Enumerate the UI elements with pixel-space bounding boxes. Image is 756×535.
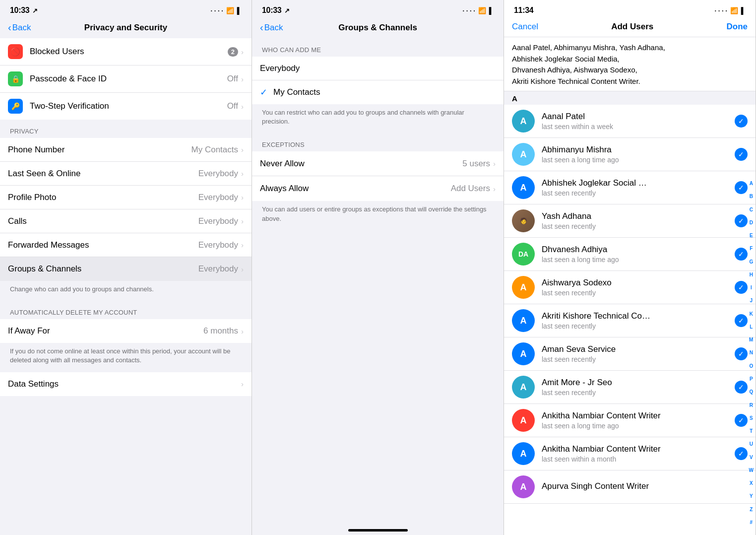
profile-photo-row[interactable]: Profile Photo Everybody › xyxy=(0,186,252,209)
done-button[interactable]: Done xyxy=(727,22,748,32)
blocked-label: Blocked Users xyxy=(30,47,228,57)
contact-amit[interactable]: A Amit More - Jr Seo last seen recently … xyxy=(504,371,756,404)
selected-users-bar: Aanal Patel, Abhimanyu Mishra, Yash Adha… xyxy=(504,37,756,91)
my-contacts-label: My Contacts xyxy=(273,87,496,97)
avatar-aanal: A xyxy=(512,110,535,133)
nav-title-3: Add Users xyxy=(538,22,727,32)
calls-label: Calls xyxy=(8,216,198,226)
status-bar-1: 10:33 ↗ · · · · 📶 ▌ xyxy=(0,0,252,18)
delete-section-label: AUTOMATICALLY DELETE MY ACCOUNT xyxy=(0,301,252,319)
twostep-icon: 🔑 xyxy=(8,99,23,114)
passcode-symbol: 🔒 xyxy=(11,75,20,83)
never-allow-label: Never Allow xyxy=(260,159,462,169)
idx-z[interactable]: Z xyxy=(750,507,753,512)
signal-dots-2: · · · · xyxy=(462,7,475,14)
last-seen-row[interactable]: Last Seen & Online Everybody › xyxy=(0,162,252,186)
passcode-row[interactable]: 🔒 Passcode & Face ID Off › xyxy=(0,66,252,93)
always-allow-label: Always Allow xyxy=(260,184,451,194)
check-aishwarya: ✓ xyxy=(735,281,748,294)
panel3-content[interactable]: A B C D E F G H I J K L M N O P Q R S T … xyxy=(504,91,756,535)
contact-yash[interactable]: 🧑 Yash Adhana last seen recently ✓ xyxy=(504,204,756,238)
my-contacts-option[interactable]: ✓ My Contacts xyxy=(252,80,504,104)
back-button-1[interactable]: ‹ Back xyxy=(8,22,31,33)
contact-aman[interactable]: A Aman Seva Service last seen recently ✓ xyxy=(504,337,756,371)
cancel-button[interactable]: Cancel xyxy=(512,22,538,32)
always-allow-row[interactable]: Always Allow Add Users › xyxy=(252,176,504,201)
contact-info-ankitha2: Ankitha Nambiar Content Writer last seen… xyxy=(542,444,735,463)
contact-info-amit: Amit More - Jr Seo last seen recently xyxy=(542,378,735,397)
contact-info-yash: Yash Adhana last seen recently xyxy=(542,211,735,230)
blocked-badge: 2 xyxy=(228,47,238,57)
phone-number-row[interactable]: Phone Number My Contacts › xyxy=(0,138,252,162)
twostep-chevron: › xyxy=(241,102,244,111)
contact-name-dhvanesh: Dhvanesh Adhiya xyxy=(542,245,735,255)
everybody-label: Everybody xyxy=(260,64,496,73)
away-for-row[interactable]: If Away For 6 months › xyxy=(0,319,252,343)
phone-label: Phone Number xyxy=(8,145,191,155)
panel2-content: WHO CAN ADD ME Everybody ✓ My Contacts Y… xyxy=(252,38,504,525)
profilephoto-label: Profile Photo xyxy=(8,193,198,202)
exceptions-group: Never Allow 5 users › Always Allow Add U… xyxy=(252,151,504,201)
contact-name-aman: Aman Seva Service xyxy=(542,344,735,354)
never-allow-row[interactable]: Never Allow 5 users › xyxy=(252,151,504,176)
data-label: Data Settings xyxy=(8,379,241,389)
phone-value: My Contacts xyxy=(191,145,238,155)
avatar-ankitha1: A xyxy=(512,409,535,432)
contact-dhvanesh[interactable]: DA Dhvanesh Adhiya last seen a long time… xyxy=(504,238,756,271)
contact-name-abhishek: Abhishek Joglekar Social Media xyxy=(542,178,651,188)
panel-groups-channels: 10:33 ↗ · · · · 📶 ▌ ‹ Back Groups & Chan… xyxy=(252,0,504,535)
panel1-content: 🚫 Blocked Users 2 › 🔒 Passcode & Face ID… xyxy=(0,38,252,535)
passcode-icon: 🔒 xyxy=(8,71,23,86)
contact-status-akriti: last seen recently xyxy=(542,322,735,330)
signal-dots-1: · · · · xyxy=(210,7,223,14)
contact-status-ankitha1: last seen a long time ago xyxy=(542,422,735,430)
contact-apurva[interactable]: A Apurva Singh Content Writer xyxy=(504,470,756,504)
twostep-row[interactable]: 🔑 Two-Step Verification Off › xyxy=(0,93,252,120)
data-settings-group: Data Settings › xyxy=(0,372,252,396)
panel-privacy-security: 10:33 ↗ · · · · 📶 ▌ ‹ Back Privacy and S… xyxy=(0,0,252,535)
everybody-option[interactable]: Everybody xyxy=(252,57,504,80)
back-label-1: Back xyxy=(12,23,31,33)
location-icon: ↗ xyxy=(32,7,38,14)
avatar-abhimanyu: A xyxy=(512,143,535,166)
delete-footer: If you do not come online at least once … xyxy=(0,343,252,372)
data-settings-row[interactable]: Data Settings › xyxy=(0,372,252,396)
status-time-3: 11:34 xyxy=(514,6,533,15)
nav-bar-1: ‹ Back Privacy and Security xyxy=(0,18,252,38)
check-ankitha1: ✓ xyxy=(735,414,748,427)
who-can-group: Everybody ✓ My Contacts xyxy=(252,57,504,104)
contact-ankitha1[interactable]: A Ankitha Nambiar Content Writer last se… xyxy=(504,404,756,437)
never-allow-chevron: › xyxy=(493,159,496,168)
forwarded-row[interactable]: Forwarded Messages Everybody › xyxy=(0,233,252,257)
contact-info-ankitha1: Ankitha Nambiar Content Writer last seen… xyxy=(542,411,735,430)
contact-aanal[interactable]: A Aanal Patel last seen within a week ✓ xyxy=(504,105,756,138)
contact-abhishek[interactable]: A Abhishek Joglekar Social Media last se… xyxy=(504,171,756,204)
privacy-section-label: PRIVACY xyxy=(0,120,252,138)
contact-info-akriti: Akriti Kishore Technical Conten... last … xyxy=(542,311,735,330)
avatar-amit: A xyxy=(512,376,535,399)
groups-channels-row[interactable]: Groups & Channels Everybody › xyxy=(0,257,252,281)
avatar-abhishek: A xyxy=(512,176,535,199)
battery-icon-3: ▌ xyxy=(741,7,746,14)
avatar-yash: 🧑 xyxy=(512,209,535,232)
home-indicator-2 xyxy=(252,525,504,535)
avatar-akriti: A xyxy=(512,309,535,332)
contact-akriti[interactable]: A Akriti Kishore Technical Conten... las… xyxy=(504,304,756,337)
forwarded-value: Everybody xyxy=(198,240,238,250)
contact-info-abhishek: Abhishek Joglekar Social Media last seen… xyxy=(542,178,735,197)
contact-aishwarya[interactable]: A Aishwarya Sodexo last seen recently ✓ xyxy=(504,271,756,304)
back-button-2[interactable]: ‹ Back xyxy=(260,22,283,33)
location-icon-2: ↗ xyxy=(284,7,290,14)
wifi-icon-2: 📶 xyxy=(478,7,486,14)
never-allow-value: 5 users xyxy=(462,159,490,169)
nav-bar-2: ‹ Back Groups & Channels xyxy=(252,18,504,38)
away-value: 6 months xyxy=(203,326,238,336)
contact-ankitha2[interactable]: A Ankitha Nambiar Content Writer last se… xyxy=(504,437,756,470)
idx-hash[interactable]: # xyxy=(750,520,753,525)
status-bar-3: 11:34 · · · · 📶 ▌ xyxy=(504,0,756,18)
twostep-value: Off xyxy=(227,101,238,111)
contact-abhimanyu[interactable]: A Abhimanyu Mishra last seen a long time… xyxy=(504,138,756,171)
panel-add-users: 11:34 · · · · 📶 ▌ Cancel Add Users Done … xyxy=(504,0,756,535)
calls-row[interactable]: Calls Everybody › xyxy=(0,209,252,233)
blocked-users-row[interactable]: 🚫 Blocked Users 2 › xyxy=(0,38,252,66)
